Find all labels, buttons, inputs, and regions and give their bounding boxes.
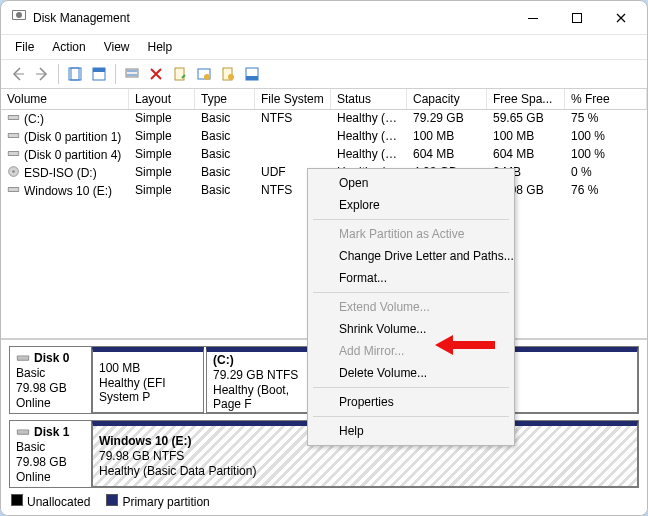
svg-rect-9 (126, 69, 138, 77)
window-title: Disk Management (33, 11, 511, 25)
volume-icon (7, 111, 20, 127)
disk-name: Disk 1 (34, 425, 69, 439)
partition-name: (C:) (213, 353, 307, 367)
swatch-blue (106, 494, 118, 506)
forward-button[interactable] (31, 63, 53, 85)
partition-desc: Healthy (Boot, Page F (213, 383, 307, 411)
toolbar (1, 60, 647, 89)
disk-status: Online (16, 470, 85, 484)
col-filesystem[interactable]: File System (255, 89, 331, 109)
disk-type: Basic (16, 366, 85, 380)
svg-point-24 (12, 170, 15, 173)
menu-file[interactable]: File (7, 37, 42, 57)
disk-type: Basic (16, 440, 85, 454)
svg-rect-3 (528, 18, 538, 19)
maximize-button[interactable] (555, 3, 599, 33)
partition-size: 100 MB (99, 361, 197, 375)
volume-name: (C:) (24, 112, 44, 126)
svg-rect-18 (9, 116, 19, 119)
volume-name: (Disk 0 partition 4) (24, 148, 121, 162)
show-hide-top-button[interactable] (88, 63, 110, 85)
legend-primary: Primary partition (106, 494, 209, 509)
volume-icon (7, 129, 20, 145)
show-bottom-button[interactable] (241, 63, 263, 85)
ctx-help[interactable]: Help (311, 420, 511, 442)
ctx-delete-volume[interactable]: Delete Volume... (311, 362, 511, 384)
app-icon (11, 8, 27, 27)
col-pctfree[interactable]: % Free (565, 89, 647, 109)
ctx-open[interactable]: Open (311, 172, 511, 194)
ctx-explore[interactable]: Explore (311, 194, 511, 216)
menu-separator (313, 292, 509, 293)
properties-button[interactable] (169, 63, 191, 85)
svg-rect-22 (9, 152, 19, 155)
menubar: File Action View Help (1, 35, 647, 60)
svg-point-2 (16, 12, 22, 18)
ctx-format[interactable]: Format... (311, 267, 511, 289)
legend: Unallocated Primary partition (1, 488, 647, 515)
refresh-button[interactable] (121, 63, 143, 85)
volume-icon (7, 165, 20, 181)
volume-icon (7, 147, 20, 163)
partition[interactable]: 100 MB Healthy (EFI System P (92, 347, 204, 413)
disk1-header[interactable]: Disk 1 Basic 79.98 GB Online (10, 421, 92, 487)
ctx-mark-partition-as-active: Mark Partition as Active (311, 223, 511, 245)
svg-rect-4 (573, 13, 582, 22)
column-headers: Volume Layout Type File System Status Ca… (1, 89, 647, 110)
ctx-change-drive-letter-and-paths[interactable]: Change Drive Letter and Paths... (311, 245, 511, 267)
titlebar: Disk Management (1, 1, 647, 35)
svg-rect-8 (93, 68, 105, 72)
disk-management-window: Disk Management File Action View Help (0, 0, 648, 516)
menu-action[interactable]: Action (44, 37, 93, 57)
disk-name: Disk 0 (34, 351, 69, 365)
col-type[interactable]: Type (195, 89, 255, 109)
disk-size: 79.98 GB (16, 455, 85, 469)
menu-help[interactable]: Help (140, 37, 181, 57)
svg-rect-30 (18, 430, 29, 434)
legend-unallocated: Unallocated (11, 494, 90, 509)
svg-rect-28 (18, 356, 29, 360)
disk-status: Online (16, 396, 85, 410)
partition-size: 79.98 GB NTFS (99, 449, 631, 463)
col-freespace[interactable]: Free Spa... (487, 89, 565, 109)
volume-name: (Disk 0 partition 1) (24, 130, 121, 144)
col-volume[interactable]: Volume (1, 89, 129, 109)
disk-icon (16, 351, 30, 365)
menu-separator (313, 387, 509, 388)
partition[interactable]: (C:) 79.29 GB NTFS Healthy (Boot, Page F (206, 347, 314, 413)
toolbar-divider (58, 64, 59, 84)
col-capacity[interactable]: Capacity (407, 89, 487, 109)
menu-separator (313, 219, 509, 220)
volume-name: ESD-ISO (D:) (24, 166, 97, 180)
svg-point-12 (204, 74, 210, 80)
partition-desc: Healthy (EFI System P (99, 376, 197, 404)
ctx-properties[interactable]: Properties (311, 391, 511, 413)
menu-separator (313, 416, 509, 417)
partition-size: 79.29 GB NTFS (213, 368, 307, 382)
show-hide-console-button[interactable] (64, 63, 86, 85)
ctx-extend-volume: Extend Volume... (311, 296, 511, 318)
minimize-button[interactable] (511, 3, 555, 33)
menu-view[interactable]: View (96, 37, 138, 57)
svg-point-14 (228, 74, 234, 80)
volume-icon (7, 183, 20, 199)
disk-icon (16, 425, 30, 439)
svg-rect-20 (9, 134, 19, 137)
svg-rect-26 (9, 188, 19, 191)
disk0-header[interactable]: Disk 0 Basic 79.98 GB Online (10, 347, 92, 413)
close-button[interactable] (599, 3, 643, 33)
swatch-black (11, 494, 23, 506)
col-status[interactable]: Status (331, 89, 407, 109)
disk-size: 79.98 GB (16, 381, 85, 395)
toolbar-divider (115, 64, 116, 84)
help-button[interactable] (217, 63, 239, 85)
settings-button[interactable] (193, 63, 215, 85)
col-layout[interactable]: Layout (129, 89, 195, 109)
volume-name: Windows 10 (E:) (24, 184, 112, 198)
partition-desc: Healthy (Basic Data Partition) (99, 464, 631, 478)
svg-rect-16 (246, 76, 258, 80)
context-menu: OpenExploreMark Partition as ActiveChang… (307, 168, 515, 446)
delete-button[interactable] (145, 63, 167, 85)
annotation-arrow (433, 331, 495, 362)
back-button[interactable] (7, 63, 29, 85)
